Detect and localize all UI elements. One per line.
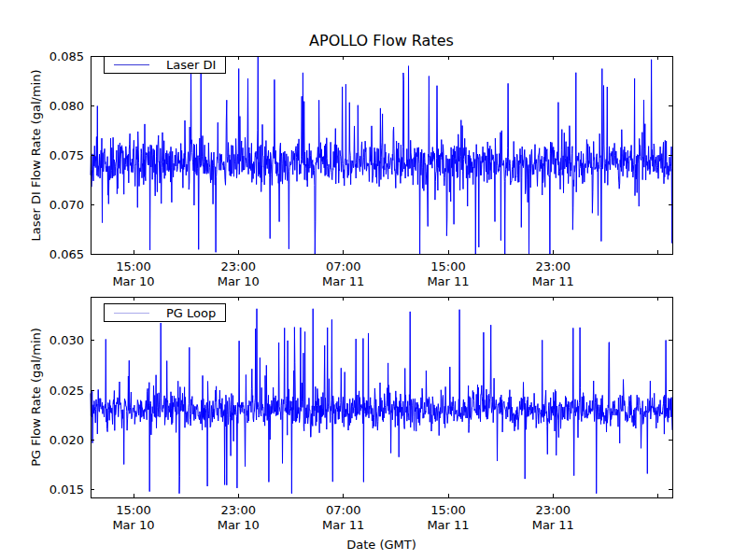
- svg-text:15:00: 15:00: [430, 503, 465, 517]
- svg-text:0.030: 0.030: [49, 333, 84, 347]
- legend-label: PG Loop: [166, 306, 216, 320]
- bottom-y-axis-label: PG Flow Rate (gal/min): [28, 258, 44, 538]
- svg-text:Mar 11: Mar 11: [322, 274, 364, 288]
- bottom-legend: PG Loop: [104, 303, 226, 322]
- svg-text:Mar 10: Mar 10: [218, 518, 260, 532]
- matplotlib-figure: 15:00Mar 1023:00Mar 1007:00Mar 1115:00Ma…: [0, 0, 747, 560]
- top-legend: Laser DI: [104, 56, 226, 74]
- svg-text:15:00: 15:00: [116, 259, 150, 273]
- svg-text:07:00: 07:00: [326, 259, 360, 273]
- svg-text:0.015: 0.015: [49, 483, 84, 497]
- svg-text:0.070: 0.070: [49, 198, 84, 212]
- svg-text:23:00: 23:00: [536, 503, 571, 517]
- svg-text:Mar 10: Mar 10: [218, 274, 260, 288]
- svg-text:15:00: 15:00: [430, 259, 465, 273]
- legend-label: Laser DI: [166, 58, 216, 72]
- svg-text:23:00: 23:00: [221, 259, 256, 273]
- svg-text:0.075: 0.075: [49, 148, 84, 162]
- svg-text:Mar 10: Mar 10: [112, 518, 154, 532]
- svg-text:0.025: 0.025: [49, 384, 84, 398]
- svg-text:07:00: 07:00: [326, 503, 360, 517]
- svg-text:Mar 11: Mar 11: [427, 274, 469, 288]
- svg-text:Mar 11: Mar 11: [427, 518, 469, 532]
- svg-text:0.080: 0.080: [49, 99, 84, 113]
- svg-text:Mar 11: Mar 11: [532, 274, 574, 288]
- svg-text:Mar 11: Mar 11: [322, 518, 364, 532]
- plot-canvas: 15:00Mar 1023:00Mar 1007:00Mar 1115:00Ma…: [0, 0, 747, 560]
- svg-text:23:00: 23:00: [221, 503, 256, 517]
- legend-line-swatch: [114, 313, 149, 314]
- svg-text:0.085: 0.085: [49, 49, 84, 63]
- chart-title: APOLLO Flow Rates: [91, 32, 672, 49]
- svg-text:Mar 11: Mar 11: [532, 518, 574, 532]
- svg-text:15:00: 15:00: [116, 503, 150, 517]
- svg-text:0.065: 0.065: [49, 247, 84, 261]
- x-axis-label: Date (GMT): [91, 537, 672, 553]
- top-y-axis-label: Laser DI Flow Rate (gal/min): [28, 16, 44, 296]
- legend-line-swatch: [114, 64, 149, 65]
- svg-text:Mar 10: Mar 10: [112, 274, 154, 288]
- svg-text:23:00: 23:00: [536, 259, 571, 273]
- svg-text:0.020: 0.020: [49, 433, 84, 447]
